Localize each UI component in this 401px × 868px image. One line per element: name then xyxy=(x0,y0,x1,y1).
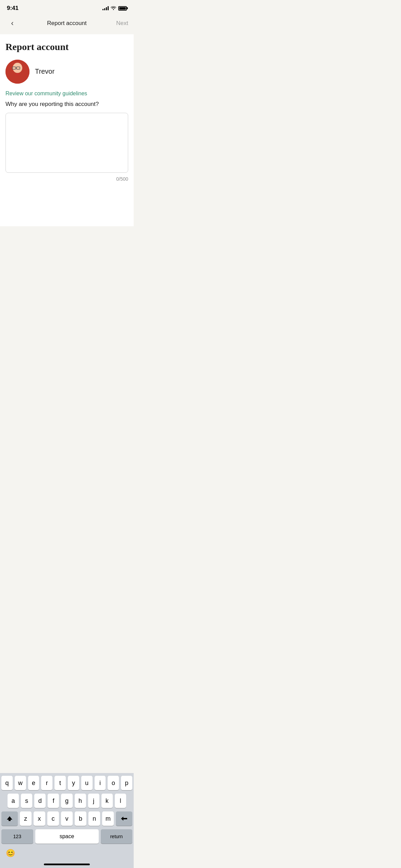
avatar xyxy=(5,60,29,84)
nav-title: Report account xyxy=(47,20,86,27)
battery-icon xyxy=(118,6,127,11)
user-name: Trevor xyxy=(35,68,54,75)
report-question: Why are you reporting this account? xyxy=(5,100,128,108)
svg-point-1 xyxy=(13,63,22,73)
next-button[interactable]: Next xyxy=(114,20,128,27)
main-content: Report account Trevo xyxy=(0,34,134,226)
nav-bar: ‹ Report account Next xyxy=(0,14,134,34)
char-count: 0/500 xyxy=(5,176,128,182)
status-bar: 9:41 xyxy=(0,0,134,14)
back-button[interactable]: ‹ xyxy=(5,16,19,30)
report-textarea[interactable] xyxy=(5,113,128,173)
user-row: Trevor xyxy=(5,60,128,84)
community-guidelines-link[interactable]: Review our community guidelines xyxy=(5,91,128,97)
page-title: Report account xyxy=(5,41,128,53)
wifi-icon xyxy=(111,6,116,11)
status-time: 9:41 xyxy=(7,5,19,12)
avatar-image xyxy=(5,60,29,84)
status-icons xyxy=(102,6,127,11)
signal-icon xyxy=(102,6,109,10)
